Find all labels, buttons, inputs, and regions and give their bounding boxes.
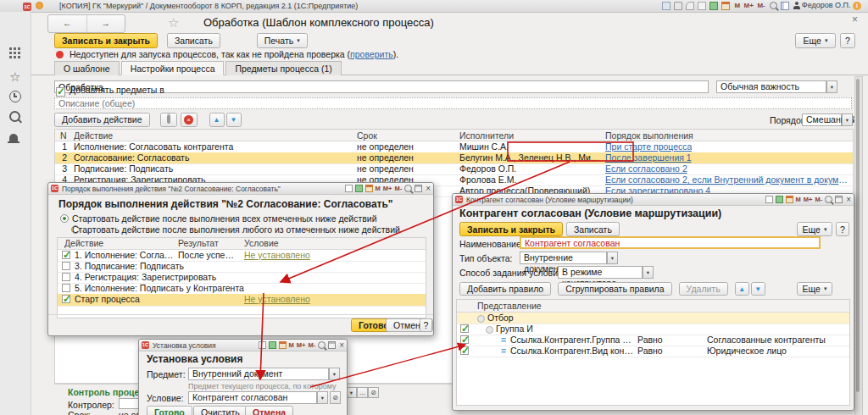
row-checkbox[interactable] <box>62 295 70 303</box>
tab-subjects[interactable]: Предметы процесса (1) <box>225 61 341 75</box>
order-dropdown-icon[interactable]: ▾ <box>842 113 853 126</box>
order-row-4[interactable]: 5. Исполнение: Подписать у Контрагента <box>58 283 426 295</box>
type-dropdown-icon[interactable]: ▾ <box>607 252 618 264</box>
favorite-star-icon[interactable]: ☆ <box>168 15 179 30</box>
add-rule-button[interactable]: Добавить правило <box>459 282 551 296</box>
importance-dropdown-icon[interactable]: ▾ <box>826 80 837 93</box>
row-order-link[interactable]: После завершения 1 <box>605 152 692 163</box>
routing-method-combo[interactable]: В режиме конструктора ▾ <box>558 266 654 279</box>
warning-check-link[interactable]: проверить <box>350 49 393 59</box>
mail-icon[interactable] <box>698 2 706 10</box>
memory-m-minus-button[interactable]: М- <box>308 341 315 349</box>
close-icon[interactable]: × <box>339 341 344 349</box>
vertical-scrollbar[interactable] <box>854 76 863 415</box>
subject-combo[interactable]: Внутренний документ ▾ <box>188 368 340 380</box>
table-icon[interactable] <box>709 2 718 10</box>
row-checkbox[interactable] <box>62 262 70 270</box>
zoom-icon[interactable] <box>318 341 326 349</box>
row-checkbox[interactable] <box>460 324 469 333</box>
search-icon[interactable] <box>770 2 777 9</box>
condition-combo[interactable]: Контрагент согласован ▾ ⊘ <box>188 391 341 404</box>
table-icon[interactable] <box>269 341 276 349</box>
method-dropdown-icon[interactable]: ▾ <box>643 266 654 279</box>
radio-start-after-all[interactable] <box>60 214 69 223</box>
forward-button[interactable]: → <box>87 15 125 32</box>
zoom-icon[interactable] <box>404 185 412 192</box>
radio-all-label[interactable]: Стартовать действие после выполнения все… <box>72 213 377 224</box>
row-checkbox[interactable] <box>62 251 70 259</box>
condition-cancel-button[interactable]: Отмена <box>245 406 293 415</box>
routing-type-combo[interactable]: Внутренние документы ▾ <box>520 252 618 264</box>
tab-about[interactable]: О шаблоне <box>54 61 120 75</box>
memory-m-plus-button[interactable]: М+ <box>744 2 754 9</box>
print-icon[interactable] <box>674 2 682 10</box>
order-help-button[interactable]: ? <box>420 318 432 332</box>
maximize-icon[interactable] <box>835 196 843 203</box>
rules-more-button[interactable]: Еще▾ <box>797 282 832 296</box>
condition-clear-button[interactable]: Очистить <box>193 406 248 415</box>
memory-m-button[interactable]: М <box>289 341 294 349</box>
calendar-icon[interactable] <box>786 196 793 203</box>
action-row-3[interactable]: 3 Подписание: Подписать не определен Фед… <box>55 163 853 175</box>
move-up-icon[interactable]: ▲ <box>209 113 225 127</box>
order-row-2[interactable]: 3. Подписание: Подписать <box>58 261 426 273</box>
subject-dropdown-icon[interactable]: ▾ <box>329 368 340 380</box>
radio-any-label[interactable]: Стартовать действие после выполнения люб… <box>72 224 400 235</box>
memory-m-button[interactable]: М <box>376 185 381 192</box>
flashlight-icon[interactable] <box>160 113 177 127</box>
history-clock-icon[interactable] <box>9 91 21 105</box>
calendar-icon[interactable] <box>365 185 373 192</box>
doc-icon[interactable] <box>345 185 353 192</box>
zoom-icon[interactable] <box>825 196 832 203</box>
table-icon[interactable] <box>776 196 783 203</box>
delete-rule-button[interactable]: Удалить <box>679 282 728 296</box>
condition-dropdown-icon[interactable]: ▾ <box>317 391 328 404</box>
row-checkbox[interactable] <box>460 346 469 355</box>
memory-m-minus-button[interactable]: М- <box>815 196 822 203</box>
order-row-1[interactable]: 1. Исполнение: Согласовать контрагента П… <box>58 250 426 262</box>
maximize-icon[interactable] <box>328 341 336 349</box>
routing-more-button[interactable]: Еще▾ <box>797 222 832 236</box>
memory-m-minus-button[interactable]: М- <box>394 185 402 192</box>
condition-done-button[interactable]: Готово <box>147 406 192 415</box>
save-button[interactable]: Записать <box>167 33 220 48</box>
scrollbar-thumb[interactable] <box>856 79 860 392</box>
add-action-button[interactable]: Добавить действие <box>54 113 150 127</box>
action-row-1[interactable]: 1 Исполнение: Согласовать контрагента не… <box>55 141 853 153</box>
controller-open-icon[interactable]: ⊘ <box>368 387 379 398</box>
memory-m-plus-button[interactable]: М+ <box>297 341 306 349</box>
controller-ellipsis-button[interactable]: ... <box>357 387 368 398</box>
memory-m-button[interactable]: М <box>796 196 801 203</box>
rule-up-icon[interactable]: ▲ <box>735 282 749 296</box>
menu-grid-icon[interactable] <box>9 47 20 61</box>
form-help-button[interactable]: ? <box>840 33 855 48</box>
print-button[interactable]: Печать▾ <box>257 33 308 48</box>
move-down-icon[interactable]: ▼ <box>226 113 242 127</box>
order-row-start-selected[interactable]: Старт процесса Не установлено <box>58 294 426 307</box>
group-rules-button[interactable]: Сгруппировать правила <box>558 282 671 296</box>
form-more-button[interactable]: Еще▾ <box>795 33 836 48</box>
attach-icon[interactable] <box>686 2 694 10</box>
rule-row-1[interactable]: = Ссылка.Контрагент.Группа доступа Равно… <box>457 335 849 346</box>
routing-name-input[interactable] <box>520 236 821 249</box>
row-checkbox[interactable] <box>62 284 70 292</box>
row-order-link[interactable]: Если согласовано 2, если Внутренний доку… <box>605 174 849 185</box>
row-order-link[interactable]: Если согласовано 2 <box>605 163 687 174</box>
routing-save-close-button[interactable]: Записать и закрыть <box>459 222 563 236</box>
row-checkbox[interactable] <box>62 273 70 281</box>
description-input[interactable] <box>54 97 852 109</box>
close-icon[interactable]: × <box>426 185 431 192</box>
calendar-icon[interactable] <box>721 2 730 10</box>
form-close-icon[interactable]: × <box>852 14 858 25</box>
rule-group-filter[interactable]: Отбор <box>457 313 849 324</box>
delete-action-icon[interactable]: × <box>181 113 198 127</box>
notifications-bell-icon[interactable] <box>9 131 18 144</box>
info-icon[interactable]: i <box>853 2 861 10</box>
rule-group-and[interactable]: Группа И <box>457 324 849 335</box>
action-row-2-selected[interactable]: 2 Согласование: Согласовать не определен… <box>55 152 853 164</box>
table-icon[interactable] <box>355 185 363 192</box>
order-combo[interactable]: Смешанный ▾ <box>802 113 853 126</box>
rule-down-icon[interactable]: ▼ <box>751 282 765 296</box>
back-button[interactable]: ← <box>48 15 87 32</box>
current-user[interactable]: Федоров О.П. <box>802 1 851 9</box>
